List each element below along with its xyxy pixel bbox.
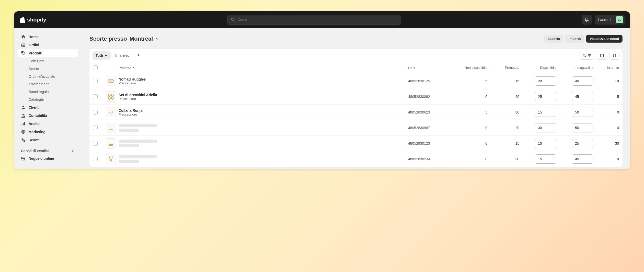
- on-hand-input[interactable]: [572, 123, 593, 132]
- bell-icon: [584, 17, 589, 22]
- committed-cell: 30: [487, 110, 519, 114]
- product-cell: Collana RonjaPlaccata oro: [119, 108, 408, 116]
- nav-marketing[interactable]: Marketing: [17, 128, 78, 136]
- svg-point-10: [22, 139, 23, 140]
- columns-button[interactable]: [597, 52, 607, 60]
- tab-all[interactable]: Tutti: [93, 51, 111, 60]
- nav-purchase-orders[interactable]: Ordini d'acquisto: [17, 73, 78, 80]
- table-row[interactable]: Nomad HuggiesPlaccati oro480528301255151…: [89, 73, 623, 89]
- svg-point-22: [111, 97, 113, 99]
- row-checkbox[interactable]: [93, 126, 98, 130]
- search-filter-button[interactable]: [580, 52, 594, 60]
- on-hand-input[interactable]: [572, 154, 593, 164]
- row-checkbox[interactable]: [93, 94, 98, 99]
- table-body: Nomad HuggiesPlaccati oro480528301255151…: [89, 73, 623, 167]
- col-available[interactable]: Disponibile: [519, 66, 556, 70]
- row-checkbox[interactable]: [93, 110, 98, 115]
- on-hand-input[interactable]: [572, 139, 593, 148]
- committed-cell: 30: [487, 157, 519, 161]
- tab-incoming[interactable]: In arrivo: [112, 51, 132, 60]
- sort-button[interactable]: [610, 52, 619, 60]
- on-hand-input[interactable]: [572, 76, 593, 86]
- col-on-hand[interactable]: In magazzino: [556, 66, 593, 70]
- col-unavailable[interactable]: Non disponibile: [452, 66, 487, 70]
- nav-finances[interactable]: Contabilità: [17, 111, 78, 120]
- nav-discounts[interactable]: Sconti: [17, 136, 78, 144]
- tag-icon: [21, 51, 26, 55]
- col-sku[interactable]: SKU: [408, 66, 452, 70]
- svg-point-11: [24, 140, 25, 142]
- search-icon: [231, 18, 235, 22]
- avatar: LL: [616, 16, 623, 23]
- home-icon: [21, 35, 26, 39]
- search-box[interactable]: [227, 15, 401, 25]
- sort-asc-icon: [132, 66, 135, 69]
- tab-add[interactable]: [134, 51, 143, 60]
- search-input[interactable]: [238, 18, 397, 22]
- incoming-cell: 5: [593, 95, 619, 99]
- nav-home[interactable]: Home: [17, 33, 78, 41]
- nav-customers[interactable]: Clienti: [17, 103, 78, 111]
- product-thumbnail: [106, 92, 116, 102]
- notifications-button[interactable]: [582, 15, 592, 25]
- unavailable-cell: 0: [452, 126, 487, 130]
- svg-rect-25: [109, 144, 111, 146]
- app-window: shopify Lauren L. LL Home: [14, 11, 630, 169]
- product-name: Nomad Huggies: [119, 77, 408, 81]
- search-wrap: [51, 15, 577, 25]
- product-thumbnail: [106, 123, 116, 133]
- view-products-button[interactable]: Visualizza prodotti: [586, 35, 623, 43]
- nav-catalogs[interactable]: Cataloghi: [17, 96, 78, 103]
- table-row[interactable]: 4805283012301530: [89, 136, 623, 151]
- on-hand-input[interactable]: [572, 108, 593, 117]
- available-input[interactable]: [535, 92, 556, 101]
- import-button[interactable]: Importa: [565, 35, 584, 43]
- row-checkbox[interactable]: [93, 79, 98, 83]
- available-input[interactable]: [535, 139, 556, 148]
- row-checkbox[interactable]: [93, 157, 98, 161]
- svg-point-19: [108, 94, 110, 97]
- nav-collections[interactable]: Collezioni: [17, 57, 78, 65]
- table-row[interactable]: Set di orecchini AriellaPlaccati oro4805…: [89, 89, 623, 105]
- incoming-cell: 0: [593, 126, 619, 130]
- row-checkbox[interactable]: [93, 141, 98, 146]
- nav-orders[interactable]: Ordini: [17, 41, 78, 49]
- nav-channels-header[interactable]: Canali di vendita: [17, 144, 78, 154]
- available-input[interactable]: [535, 154, 556, 164]
- col-product[interactable]: Prodotto: [119, 66, 408, 70]
- unavailable-cell: 0: [452, 95, 487, 99]
- table-row[interactable]: 480528309870200: [89, 120, 623, 136]
- nav-gift-cards[interactable]: Buoni regalo: [17, 88, 78, 96]
- product-variant: Placcati oro: [119, 81, 408, 85]
- on-hand-input[interactable]: [572, 92, 593, 101]
- available-input[interactable]: [535, 123, 556, 132]
- export-button[interactable]: Esporta: [544, 35, 563, 43]
- location-picker[interactable]: Montreal: [130, 36, 159, 42]
- committed-cell: 20: [487, 126, 519, 130]
- chevron-down-icon: [155, 37, 159, 41]
- available-input[interactable]: [535, 108, 556, 117]
- sort-icon: [612, 53, 617, 58]
- col-committed[interactable]: Prenotato: [487, 66, 519, 70]
- table-row[interactable]: 480528302340300: [89, 151, 623, 167]
- select-all-checkbox[interactable]: [93, 65, 98, 70]
- store-icon: [21, 156, 26, 161]
- table-row[interactable]: Collana RonjaPlaccata oro480528306235300: [89, 105, 623, 120]
- nav-products[interactable]: Prodotti: [17, 49, 78, 57]
- nav-online-store[interactable]: Negozio online: [17, 154, 78, 163]
- nav-analytics[interactable]: Analisi: [17, 120, 78, 128]
- plus-icon: [137, 53, 140, 57]
- brand-logo[interactable]: shopify: [19, 16, 46, 23]
- nav-transfers[interactable]: Trasferimenti: [17, 80, 78, 88]
- sku-cell: 48052830623: [408, 110, 452, 114]
- svg-line-1: [234, 20, 235, 21]
- search-icon: [582, 53, 587, 58]
- nav-inventory[interactable]: Scorte: [17, 65, 78, 73]
- sku-cell: 48052830125: [408, 79, 452, 83]
- user-menu[interactable]: Lauren L. LL: [595, 15, 625, 25]
- product-variant: Placcata oro: [119, 112, 408, 116]
- product-thumbnail: [106, 138, 116, 149]
- col-incoming[interactable]: In arrivo: [593, 66, 619, 70]
- shopify-icon: [19, 16, 26, 23]
- available-input[interactable]: [535, 76, 556, 86]
